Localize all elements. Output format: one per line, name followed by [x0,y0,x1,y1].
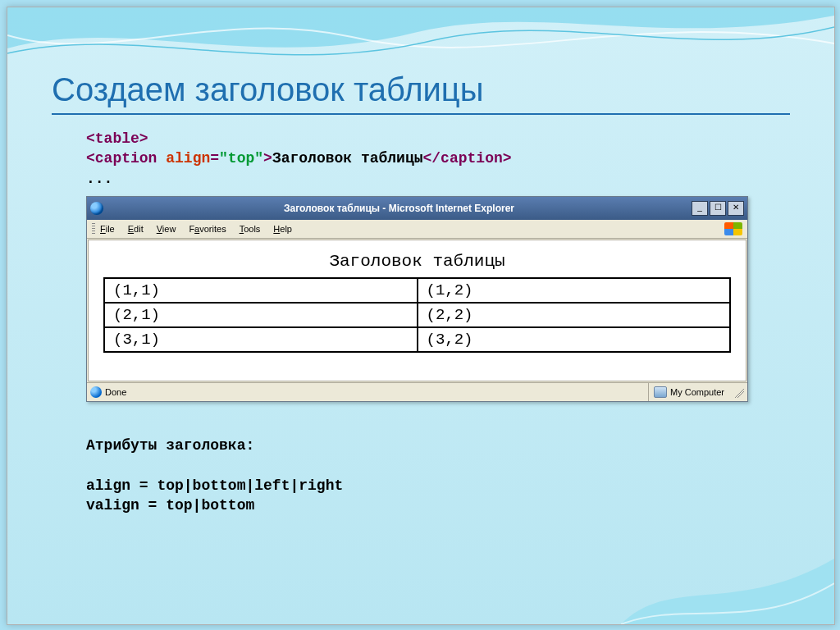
cell: (1,2) [418,278,731,303]
menu-tools[interactable]: Tools [240,224,261,234]
tag-caption-close: </caption> [423,150,512,167]
cell: (1,1) [104,278,418,303]
decorative-wave-top [7,7,834,80]
cell: (3,2) [418,327,731,352]
decorative-wave-bottom [621,493,834,624]
windows-flag-icon [724,222,742,235]
cell: (2,1) [104,303,418,327]
demo-table: (1,1) (1,2) (2,1) (2,2) (3,1) (3,2) [103,277,731,353]
attributes-block: Атрибуты заголовка: align = top|bottom|l… [86,436,343,515]
table-row: (2,1) (2,2) [104,303,730,327]
val-top: "top" [219,150,263,167]
page-content: Заголовок таблицы (1,1) (1,2) (2,1) (2,2… [88,240,746,381]
statusbar: Done My Computer [87,382,747,401]
tag-table-open: <table> [86,130,148,147]
ie-icon [90,202,103,215]
code-text: Заголовок таблицы [272,150,423,167]
table-caption: Заголовок таблицы [103,252,731,271]
ie-window: Заголовок таблицы - Microsoft Internet E… [86,196,748,402]
attrs-heading: Атрибуты заголовка: [86,436,343,455]
table-row: (3,1) (3,2) [104,327,730,352]
slide-title: Создаем заголовок таблицы [52,71,790,115]
table-row: (1,1) (1,2) [104,278,730,303]
status-text-left: Done [105,387,126,397]
status-text-right: My Computer [670,387,724,397]
menu-view[interactable]: View [157,224,176,234]
attr-align: align [157,150,210,167]
cell: (3,1) [104,327,418,352]
cell: (2,2) [418,303,731,327]
code-sample-top: <table> <caption align="top">Заголовок т… [86,129,512,189]
maximize-button[interactable]: ☐ [710,201,726,216]
menu-favorites[interactable]: Favorites [189,224,226,234]
menubar: File Edit View Favorites Tools Help [87,220,747,239]
slide: Создаем заголовок таблицы <table> <capti… [7,7,835,625]
menu-file[interactable]: File [100,224,115,234]
code-ellipsis: ... [86,169,512,189]
tag-caption-open: <caption [86,150,157,167]
window-title: Заголовок таблицы - Microsoft Internet E… [108,203,690,214]
attrs-line-2: valign = top|bottom [86,495,343,515]
status-ie-icon [90,386,102,398]
status-zone: My Computer [648,383,729,401]
titlebar: Заголовок таблицы - Microsoft Internet E… [87,197,747,220]
toolbar-grip [92,223,95,235]
minimize-button[interactable]: _ [692,201,708,216]
resize-grip[interactable] [733,386,744,398]
menu-edit[interactable]: Edit [128,224,144,234]
my-computer-icon [654,386,667,398]
code-eq: = [210,150,219,167]
attrs-line-1: align = top|bottom|left|right [86,476,343,495]
menu-help[interactable]: Help [273,224,292,234]
close-button[interactable]: ✕ [728,201,744,216]
code-gt: > [263,150,272,167]
